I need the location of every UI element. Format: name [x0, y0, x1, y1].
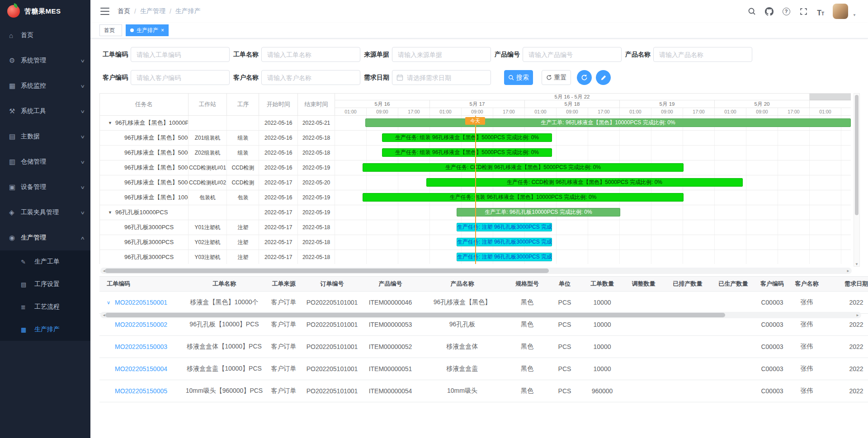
- expand-toggle-icon[interactable]: ▼: [108, 210, 115, 215]
- table-row[interactable]: MO202205150003 移液盒盒体【10000】PCS 客户订单 PO20…: [99, 336, 868, 358]
- task-name: 96孔孔板3000PCS: [124, 253, 174, 261]
- github-icon[interactable]: [764, 6, 774, 16]
- gantt-bar[interactable]: 生产工单: 96孔移液盒【黑色】10000PCS 完成比例: 0%: [365, 118, 851, 127]
- column-header-workstation: 工作站: [189, 94, 227, 115]
- sidebar-subitem-process-setting[interactable]: ▤ 工序设置: [0, 273, 90, 296]
- gantt-bar[interactable]: 生产工单: 96孔孔板10000PCS 完成比例: 0%: [457, 208, 620, 217]
- filter-input[interactable]: [261, 47, 360, 62]
- gantt-bar[interactable]: 生产任务: CCD检测 96孔移液盒【黑色】5000PCS 完成比例: 0%: [363, 163, 684, 172]
- close-icon[interactable]: ×: [161, 28, 164, 33]
- breadcrumb-item-home[interactable]: 首页: [118, 7, 130, 15]
- gantt-bar[interactable]: 生产任务: 注塑 96孔孔板3000PCS 完成比例: 0%: [457, 253, 552, 261]
- help-icon[interactable]: ?: [781, 6, 791, 16]
- work-order-link[interactable]: MO202205150005: [115, 387, 167, 395]
- filter-input[interactable]: [131, 70, 230, 85]
- gantt-grid-row[interactable]: 96孔移液盒【黑色】10000PCS 包装机 包装 2022-05-16 202…: [100, 190, 335, 205]
- tab[interactable]: 生产排产 ×: [126, 24, 169, 36]
- refresh-schedule-button[interactable]: [577, 70, 592, 85]
- font-size-icon[interactable]: TT: [816, 6, 826, 16]
- sidebar-item-home[interactable]: ⌂ 首页: [0, 23, 90, 48]
- gantt-timeline: 5月 16 - 5月 22 5月 165月 175月 185月 195月 20 …: [335, 93, 851, 264]
- filter-input[interactable]: [261, 70, 360, 85]
- gantt-bar[interactable]: 生产任务: 组装 96孔移液盒【黑色】5000PCS 完成比例: 0%: [382, 148, 552, 157]
- gantt-bar-row: 生产工单: 96孔孔板10000PCS 完成比例: 0%: [335, 205, 851, 220]
- gantt-grid-row[interactable]: ▼96孔移液盒【黑色】10000PCS 2022-05-16 2022-05-2…: [100, 116, 335, 131]
- sidebar-toggle-icon[interactable]: [100, 8, 109, 15]
- scrollbar-thumb[interactable]: [855, 95, 859, 215]
- gantt-bar[interactable]: 生产任务: 注塑 96孔孔板3000PCS 完成比例: 0%: [457, 223, 552, 231]
- search-button[interactable]: 搜索: [504, 70, 533, 85]
- sidebar-item-fixture[interactable]: ◈ 工装夹具管理 ∨: [0, 200, 90, 225]
- filter-input[interactable]: [392, 47, 491, 62]
- start-time: 2022-05-16: [259, 146, 298, 160]
- gantt-grid-row[interactable]: 96孔孔板3000PCS Y01注塑机 注塑 2022-05-17 2022-0…: [100, 220, 335, 235]
- work-order-link[interactable]: MO202205150002: [115, 321, 167, 328]
- unit: PCS: [548, 387, 581, 395]
- sidebar-item-equipment[interactable]: ▣ 设备管理 ∨: [0, 174, 90, 200]
- sidebar-subitem-work-order[interactable]: ✎ 生产工单: [0, 250, 90, 273]
- breadcrumb-item-production[interactable]: 生产管理: [140, 7, 165, 15]
- filter-input[interactable]: [523, 47, 622, 62]
- edit-schedule-button[interactable]: [596, 70, 611, 85]
- task-name: 96孔孔板10000PCS: [115, 208, 168, 217]
- work-order-link[interactable]: MO202205150004: [115, 365, 167, 372]
- chevron-down-icon[interactable]: ▼: [853, 13, 856, 17]
- tab[interactable]: 首页: [99, 24, 122, 36]
- gantt-grid-row[interactable]: 96孔孔板3000PCS Y03注塑机 注塑 2022-05-17 2022-0…: [100, 250, 335, 264]
- table-row[interactable]: MO202205150004 移液盒盒盖【10000】PCS 客户订单 PO20…: [99, 358, 868, 380]
- sidebar-item-production[interactable]: ◉ 生产管理 ∧: [0, 225, 90, 250]
- filter-label: 工单名称: [233, 51, 261, 59]
- sidebar-subitem-process-flow[interactable]: ≣ 工艺流程: [0, 296, 90, 318]
- table-row[interactable]: MO202205150005 10mm吸头【960000】PCS 客户订单 PO…: [99, 380, 868, 402]
- breadcrumb-separator: /: [134, 8, 136, 15]
- gantt-grid-row[interactable]: ▼96孔孔板10000PCS 2022-05-17 2022-05-19: [100, 205, 335, 220]
- sidebar-item-system-management[interactable]: ⚙ 系统管理 ∨: [0, 48, 90, 73]
- expand-toggle-icon[interactable]: ▼: [108, 121, 115, 125]
- search-icon[interactable]: [747, 6, 757, 16]
- hour-label: 17:00: [493, 108, 525, 116]
- start-time: 2022-05-16: [259, 190, 298, 205]
- gantt-grid-row[interactable]: 96孔移液盒【黑色】5000PCS CCD检测机#01 CCD检测 2022-0…: [100, 160, 335, 175]
- product-name: 移液盒盒体: [418, 343, 506, 351]
- gantt-grid-row[interactable]: 96孔移液盒【黑色】5000PCS Z02组装机 组装 2022-05-16 2…: [100, 146, 335, 160]
- gantt-grid-row[interactable]: 96孔移液盒【黑色】5000PCS Z01组装机 组装 2022-05-16 2…: [100, 131, 335, 146]
- work-order-link[interactable]: MO202205150003: [115, 343, 167, 350]
- expand-chevron-icon[interactable]: ∨: [107, 300, 115, 306]
- spec: 黑色: [506, 343, 548, 351]
- app-logo[interactable]: 苦糖果MES: [0, 0, 90, 23]
- table-row[interactable]: ∨MO202205150001 移液盒【黑色】10000个 客户订单 PO202…: [99, 292, 868, 314]
- work-order-name: 96孔孔板【10000】PCS: [183, 320, 266, 329]
- filter-input[interactable]: [653, 47, 752, 62]
- scroll-right-icon[interactable]: ►: [856, 313, 859, 317]
- task-name: 96孔移液盒【黑色】5000PCS: [124, 179, 189, 187]
- gantt-grid-row[interactable]: 96孔孔板3000PCS Y02注塑机 注塑 2022-05-17 2022-0…: [100, 235, 335, 250]
- filter-row-2: 客户编码 客户名称 需求日期: [103, 70, 868, 85]
- fullscreen-icon[interactable]: [798, 6, 808, 16]
- scrollbar-thumb[interactable]: [105, 268, 549, 273]
- gantt-grid-row[interactable]: 96孔移液盒【黑色】5000PCS CCD检测机#02 CCD检测 2022-0…: [100, 175, 335, 190]
- gantt-bar[interactable]: 生产任务: CCD检测 96孔移液盒【黑色】5000PCS 完成比例: 0%: [426, 178, 743, 187]
- gantt-horizontal-scrollbar[interactable]: ◄ ►: [100, 268, 852, 274]
- scroll-right-icon[interactable]: ►: [846, 269, 850, 273]
- gantt-bar[interactable]: 生产任务: 包装 96孔移液盒【黑色】10000PCS 完成比例: 0%: [363, 193, 684, 202]
- gantt-vertical-scrollbar[interactable]: ▼: [854, 93, 860, 267]
- scroll-down-icon[interactable]: ▼: [854, 262, 859, 266]
- scrollbar-thumb[interactable]: [105, 313, 725, 317]
- reset-button[interactable]: 重置: [542, 70, 571, 85]
- table-horizontal-scrollbar[interactable]: ◄ ►: [100, 312, 861, 318]
- day-label: 5月 20: [715, 100, 810, 108]
- sidebar-subitem-scheduling[interactable]: ▦ 生产排产: [0, 318, 90, 341]
- filter-input[interactable]: [131, 47, 230, 62]
- gantt-bar[interactable]: 生产任务: 组装 96孔移液盒【黑色】5000PCS 完成比例: 0%: [382, 133, 552, 142]
- gantt-grid: 任务名 工作站 工序 开始时间 结束时间 ▼96孔移液盒【黑色】10000PCS…: [99, 93, 335, 264]
- avatar[interactable]: [833, 4, 848, 19]
- gantt-bar[interactable]: 生产任务: 注塑 96孔孔板3000PCS 完成比例: 0%: [457, 238, 552, 246]
- process: 注塑: [227, 220, 259, 235]
- sidebar-item-warehouse[interactable]: ▥ 仓储管理 ∨: [0, 149, 90, 174]
- work-order-link[interactable]: MO202205150001: [115, 299, 167, 306]
- demand-date-input[interactable]: [392, 70, 491, 85]
- work-order-source: 客户订单: [266, 365, 302, 373]
- sidebar-item-system-tools[interactable]: ⚒ 系统工具 ∨: [0, 99, 90, 124]
- sidebar-item-system-monitor[interactable]: ▦ 系统监控 ∨: [0, 73, 90, 99]
- sidebar-item-master-data[interactable]: ▤ 主数据 ∨: [0, 124, 90, 149]
